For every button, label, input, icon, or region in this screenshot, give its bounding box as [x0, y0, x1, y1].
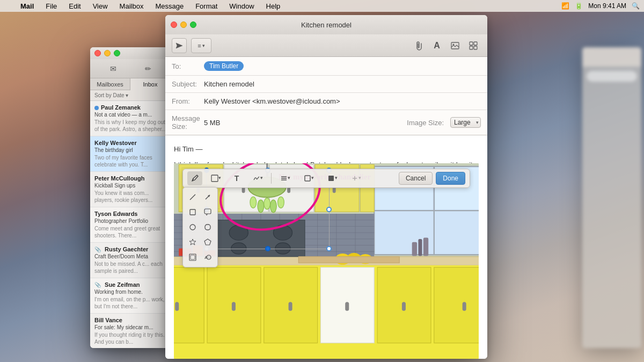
list-item[interactable]: 📎 Sue Zeifman Working from home. I'm on …	[90, 278, 171, 314]
close-button[interactable]	[94, 50, 101, 56]
menu-view[interactable]: View	[91, 2, 110, 10]
list-item[interactable]: 📎 Rusty Gaechter Craft Beer/Doom Meta No…	[90, 243, 171, 278]
signature-dropdown-button[interactable]: ▾	[247, 171, 268, 185]
tab-inbox[interactable]: Inbox	[130, 78, 171, 90]
sidebar-window: ✉ ✏ Mailboxes Inbox Sort by Date ▾ Paul …	[90, 47, 171, 348]
markup-row-3	[186, 221, 214, 234]
mail-subject: The birthday girl	[94, 147, 166, 153]
list-item[interactable]: Tyson Edwards Photographer Portfolio Com…	[90, 207, 171, 243]
options-menu-button[interactable]: ≡ ▾	[191, 38, 211, 53]
mail-sender: Tyson Edwards	[94, 211, 166, 217]
compose-close-button[interactable]	[171, 21, 177, 28]
svg-point-25	[250, 197, 257, 208]
sort-label: Sort by Date ▾	[94, 92, 128, 98]
svg-rect-5	[474, 46, 477, 49]
photo-button[interactable]	[448, 38, 463, 53]
list-item[interactable]: Bill Vance For sale: My sidecar m... If …	[90, 314, 171, 348]
mail-preview: You knew it was com... players, rookie p…	[94, 190, 166, 204]
menu-mailbox[interactable]: Mailbox	[118, 2, 146, 10]
mail-preview: Come meet and greet great shooters. Ther…	[94, 225, 166, 239]
sidebar-titlebar	[90, 47, 171, 59]
battery-icon: 🔋	[575, 2, 583, 10]
layout-button[interactable]	[466, 38, 481, 53]
image-size-section: Image Size: Large ▾	[407, 117, 481, 128]
svg-rect-2	[470, 42, 473, 45]
compose-maximize-button[interactable]	[190, 21, 196, 28]
svg-rect-72	[418, 239, 422, 256]
minimize-button[interactable]	[104, 50, 111, 56]
diagonal-line-button[interactable]	[186, 191, 199, 204]
circle-button[interactable]	[186, 221, 199, 234]
svg-text:A: A	[204, 255, 208, 260]
border-dropdown-button[interactable]: ▾	[298, 171, 319, 185]
mail-sender: 📎 Rusty Gaechter	[94, 246, 166, 252]
compose-title: Kitchen remodel	[301, 21, 352, 29]
svg-rect-67	[463, 302, 466, 310]
svg-rect-66	[402, 302, 406, 310]
text-callout-button[interactable]: A	[201, 251, 214, 264]
svg-point-28	[270, 200, 276, 212]
markup-top-toolbar: ▾ T ▾ ▾	[182, 169, 470, 188]
markup-done-button[interactable]: Done	[436, 172, 465, 185]
sort-bar[interactable]: Sort by Date ▾	[90, 90, 171, 101]
zoom-dropdown-button[interactable]: ▾	[346, 171, 366, 185]
search-icon[interactable]: 🔍	[632, 2, 640, 10]
menu-mail[interactable]: Mail	[18, 2, 36, 10]
menu-format[interactable]: Format	[193, 2, 219, 10]
compose-minimize-button[interactable]	[180, 21, 187, 28]
compose-icon[interactable]: ✏	[142, 63, 154, 75]
svg-rect-90	[205, 225, 210, 230]
image-size-select[interactable]: Large	[450, 117, 481, 128]
arrow-button[interactable]	[201, 191, 214, 204]
menu-edit[interactable]: Edit	[67, 2, 83, 10]
markup-cancel-button[interactable]: Cancel	[399, 172, 433, 185]
attachment-button[interactable]	[411, 38, 426, 53]
round-rect-button[interactable]	[201, 221, 214, 234]
to-recipient-chip[interactable]: Tim Butler	[204, 61, 244, 71]
lines-dropdown-button[interactable]: ▾	[275, 171, 295, 185]
menu-window[interactable]: Window	[227, 2, 256, 10]
zoom-chevron-icon: ▾	[358, 175, 361, 182]
star-button[interactable]	[186, 236, 199, 249]
right-panel-toolbar	[582, 47, 641, 67]
toolbar-divider	[271, 173, 272, 184]
image-size-label: Image Size:	[407, 119, 444, 127]
svg-point-27	[264, 198, 270, 209]
menu-help[interactable]: Help	[264, 2, 283, 10]
zoom-box-button[interactable]	[186, 251, 199, 264]
lines-chevron-icon: ▾	[288, 175, 290, 182]
compose-titlebar: Kitchen remodel	[165, 15, 487, 34]
rectangle-button[interactable]	[186, 206, 199, 219]
shapes-dropdown-button[interactable]: ▾	[206, 171, 226, 185]
svg-line-85	[190, 194, 195, 200]
sidebar-tabs: Mailboxes Inbox	[90, 78, 171, 90]
list-item[interactable]: Peter McCullough Kickball Sign ups You k…	[90, 172, 171, 207]
kitchen-image: Not my favorite chandelier	[174, 163, 479, 359]
mail-subject: Not a cat video — a m...	[94, 112, 166, 118]
tab-mailboxes[interactable]: Mailboxes	[90, 78, 130, 90]
maximize-button[interactable]	[114, 50, 120, 56]
border-chevron-icon: ▾	[311, 175, 314, 182]
svg-point-51	[273, 225, 292, 240]
polygon-button[interactable]	[201, 236, 214, 249]
list-item[interactable]: Kelly Westover The birthday girl Two of …	[90, 136, 171, 172]
mail-sender: Paul Zemanek	[94, 104, 166, 111]
color-dropdown-button[interactable]: ▾	[322, 171, 342, 185]
text-tool-button[interactable]: T	[229, 171, 244, 185]
right-panel	[582, 47, 641, 348]
send-button[interactable]	[172, 38, 187, 53]
speech-bubble-button[interactable]	[201, 206, 214, 219]
subject-label: Subject:	[172, 80, 204, 88]
font-button[interactable]: A	[429, 38, 444, 53]
svg-point-50	[229, 225, 248, 240]
message-size-label: Message Size:	[172, 114, 204, 131]
from-value: Kelly Westover <km.westover@icloud.com>	[204, 97, 481, 105]
list-item[interactable]: Paul Zemanek Not a cat video — a m... Th…	[90, 101, 171, 136]
mail-preview: Two of my favorite faces celebrate with …	[94, 154, 166, 168]
pen-tool-button[interactable]	[187, 171, 202, 185]
mail-icon: ✉	[107, 63, 119, 75]
menu-message[interactable]: Message	[153, 2, 186, 10]
svg-point-89	[190, 225, 195, 230]
menu-file[interactable]: File	[43, 2, 59, 10]
compose-body[interactable]: Hi Tim — I think I've found a kitchen I …	[165, 135, 487, 359]
